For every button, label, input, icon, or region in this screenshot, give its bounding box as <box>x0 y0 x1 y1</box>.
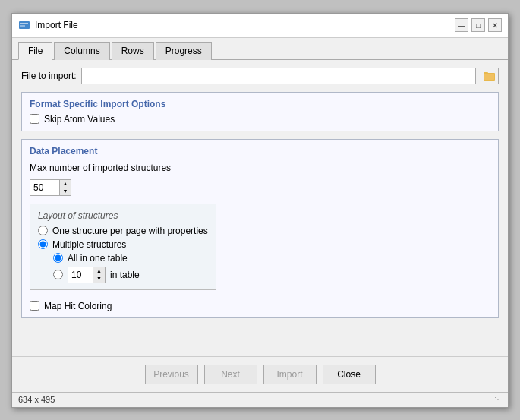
format-section: Format Specific Import Options Skip Atom… <box>21 92 499 131</box>
previous-button[interactable]: Previous <box>145 365 198 384</box>
in-table-up[interactable]: ▲ <box>93 267 105 275</box>
minimize-button[interactable]: — <box>455 18 468 32</box>
in-table-row: ▲ ▼ in table <box>53 267 208 283</box>
spinner-arrows: ▲ ▼ <box>59 180 71 195</box>
multiple-structures-row: Multiple structures <box>38 239 208 250</box>
multiple-structures-radio[interactable] <box>38 239 48 249</box>
multiple-structures-label: Multiple structures <box>52 239 126 250</box>
close-button[interactable]: Close <box>323 365 376 384</box>
one-structure-radio[interactable] <box>38 226 48 235</box>
map-hit-checkbox[interactable] <box>30 301 39 311</box>
title-controls: — □ ✕ <box>455 18 502 32</box>
max-label: Max number of imported structures <box>30 163 171 173</box>
skip-atom-label: Skip Atom Values <box>44 114 115 125</box>
next-button[interactable]: Next <box>204 365 257 384</box>
map-hit-row: Map Hit Coloring <box>30 301 490 311</box>
in-table-radio[interactable] <box>53 270 63 279</box>
in-table-down[interactable]: ▼ <box>93 275 105 283</box>
title-bar-left: Import File <box>18 19 78 31</box>
maximize-button[interactable]: □ <box>471 18 485 32</box>
footer: Previous Next Import Close <box>12 356 508 392</box>
main-content: File to import: Format Specific Import O… <box>12 60 508 356</box>
one-structure-row: One structure per page with properties <box>38 226 208 236</box>
import-button[interactable]: Import <box>263 365 317 384</box>
spinner-up[interactable]: ▲ <box>60 180 71 188</box>
title-bar: Import File — □ ✕ <box>12 14 508 38</box>
max-structures-input[interactable] <box>30 180 59 195</box>
tab-file[interactable]: File <box>18 42 52 60</box>
folder-icon <box>484 71 496 81</box>
window-icon <box>18 19 30 31</box>
status-bar: 634 x 495 ⋱ <box>12 392 508 407</box>
layout-box: Layout of structures One structure per p… <box>30 204 216 290</box>
data-placement-section: Data Placement Max number of imported st… <box>21 139 499 318</box>
window-title: Import File <box>35 20 78 30</box>
all-in-one-radio[interactable] <box>53 253 63 263</box>
dimensions-text: 634 x 495 <box>18 395 55 404</box>
skip-atom-row: Skip Atom Values <box>30 114 490 125</box>
tab-columns[interactable]: Columns <box>54 42 109 60</box>
in-table-arrows: ▲ ▼ <box>93 267 105 283</box>
max-structures-row: Max number of imported structures <box>30 163 490 173</box>
in-table-label: in table <box>110 270 140 280</box>
layout-title: Layout of structures <box>38 210 208 221</box>
format-section-title: Format Specific Import Options <box>30 99 490 109</box>
browse-button[interactable] <box>481 68 499 84</box>
spinner-down[interactable]: ▼ <box>60 188 71 195</box>
svg-rect-5 <box>484 74 494 80</box>
main-window: Import File — □ ✕ File Columns Rows Prog… <box>11 13 509 408</box>
sub-options: All in one table ▲ ▼ in table <box>53 253 208 283</box>
all-in-one-row: All in one table <box>53 253 208 264</box>
in-table-spinner: ▲ ▼ <box>68 267 106 283</box>
data-placement-title: Data Placement <box>30 146 490 156</box>
close-button[interactable]: ✕ <box>488 18 502 32</box>
svg-rect-2 <box>20 25 25 27</box>
one-structure-label: One structure per page with properties <box>52 226 208 236</box>
tab-bar: File Columns Rows Progress <box>12 38 508 60</box>
max-structures-spinner: ▲ ▼ <box>30 179 71 196</box>
tab-progress[interactable]: Progress <box>156 42 212 60</box>
all-in-one-label: All in one table <box>68 253 128 264</box>
skip-atom-checkbox[interactable] <box>30 114 39 124</box>
file-input[interactable] <box>81 68 476 84</box>
file-label: File to import: <box>21 71 77 81</box>
svg-rect-1 <box>20 23 28 24</box>
file-row: File to import: <box>21 68 499 84</box>
map-hit-label: Map Hit Coloring <box>44 301 112 311</box>
resize-handle[interactable]: ⋱ <box>494 396 502 404</box>
tab-rows[interactable]: Rows <box>112 42 154 60</box>
in-table-input[interactable] <box>68 267 93 283</box>
